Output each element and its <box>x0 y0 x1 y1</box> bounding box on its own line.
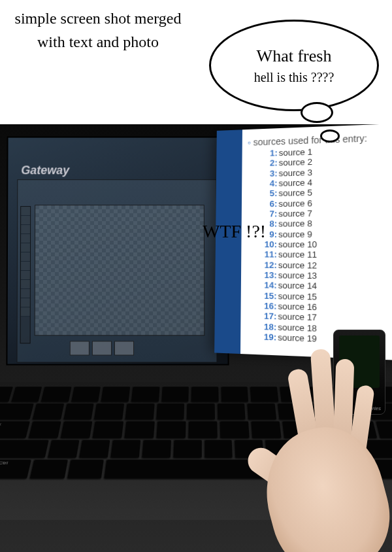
source-label: source 5 <box>278 188 312 198</box>
thought-line-1: What fresh <box>257 46 332 66</box>
source-row: 7:source 7 <box>247 207 392 219</box>
source-row: 11:source 11 <box>246 249 392 260</box>
source-label: source 6 <box>278 198 312 209</box>
source-number: 3: <box>260 168 277 179</box>
source-number: 19: <box>259 332 276 343</box>
source-number: 5: <box>260 188 277 199</box>
source-number: 1: <box>260 148 277 158</box>
thought-bubble-tail-2 <box>320 129 340 143</box>
source-number: 16: <box>259 301 277 311</box>
source-number: 7: <box>260 209 277 219</box>
source-label: source 7 <box>278 209 312 219</box>
source-label: source 11 <box>278 250 317 260</box>
source-number: 18: <box>259 321 277 332</box>
source-row: 9:source 9 <box>246 228 392 239</box>
source-number: 15: <box>259 290 277 301</box>
source-label: source 4 <box>278 177 312 188</box>
source-label: source 14 <box>278 281 317 292</box>
thought-bubble-main: What fresh hell is this ???? <box>209 20 379 111</box>
source-row: 10:source 10 <box>246 239 392 250</box>
ctrl-key: Ctrl <box>0 459 31 478</box>
source-label: source 8 <box>278 218 312 229</box>
source-row: 8:source 8 <box>247 218 392 229</box>
source-label: source 9 <box>278 229 312 239</box>
source-label: source 2 <box>279 157 312 168</box>
photo-area: Gateway ◦sources used for this entry: 1:… <box>0 124 392 552</box>
laptop-brand-logo: Gateway <box>21 164 69 177</box>
source-label: source 18 <box>278 322 317 334</box>
source-label: source 19 <box>278 332 317 344</box>
source-number: 13: <box>259 270 277 281</box>
laptop-screen: Gateway <box>6 137 229 366</box>
device-model-label: M-Series <box>360 405 381 411</box>
wtf-overlay-text: WTF !?! <box>203 221 266 242</box>
source-number: 14: <box>259 280 277 290</box>
tab-key: Tab <box>0 403 34 419</box>
source-label: source 1 <box>279 147 312 158</box>
source-label: source 3 <box>279 167 312 179</box>
source-label: source 12 <box>278 260 317 270</box>
photoshop-thumbnails <box>70 341 134 355</box>
photoshop-canvas <box>35 205 205 336</box>
source-label: source 13 <box>278 270 317 281</box>
thought-bubble: What fresh hell is this ???? <box>209 20 379 111</box>
sources-panel: ◦sources used for this entry: 1:source 1… <box>214 124 392 362</box>
caps-lock-key: Caps Lock <box>0 421 30 438</box>
bullet-icon: ◦ <box>248 137 251 148</box>
caption-text: simple screen shot merged with text and … <box>7 7 189 54</box>
photoshop-window <box>16 179 217 362</box>
thought-line-2: hell is this ???? <box>254 70 335 85</box>
thought-bubble-tail-1 <box>301 102 333 123</box>
source-number: 6: <box>260 199 277 209</box>
source-number: 12: <box>259 260 277 270</box>
source-label: source 15 <box>278 291 318 302</box>
photoshop-toolbar <box>20 206 31 343</box>
source-number: 2: <box>260 158 277 169</box>
source-label: source 17 <box>278 311 317 323</box>
sources-list: 1:source 12:source 23:source 34:source 4… <box>246 143 392 348</box>
source-number: 4: <box>260 179 277 189</box>
source-label: source 10 <box>278 239 317 250</box>
source-number: 11: <box>259 249 277 260</box>
source-label: source 16 <box>278 301 317 312</box>
source-number: 17: <box>259 311 277 322</box>
handheld-device: M-Series <box>333 330 385 415</box>
